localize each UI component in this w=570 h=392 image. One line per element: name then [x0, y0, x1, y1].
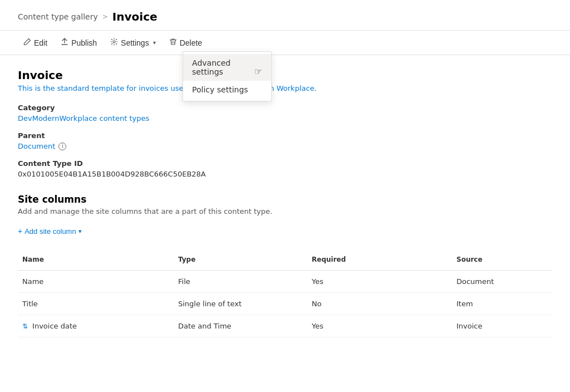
row-0-name: Name	[18, 273, 174, 290]
add-column-chevron-icon: ▾	[78, 228, 82, 235]
policy-settings-item[interactable]: Policy settings	[183, 81, 271, 99]
chevron-down-icon: ▾	[153, 40, 156, 46]
edit-icon	[23, 38, 31, 47]
row-0-required: Yes	[307, 273, 452, 290]
table-row: ⇅ Invoice date Date and Time Yes Invoice	[18, 315, 552, 337]
breadcrumb-current: Invoice	[112, 10, 158, 23]
breadcrumb-separator: >	[102, 13, 108, 21]
edit-label: Edit	[34, 38, 47, 47]
edit-button[interactable]: Edit	[18, 35, 53, 50]
settings-dropdown-menu: Advanced settings ☞ Policy settings	[183, 51, 272, 101]
table-header: Name Type Required Source	[18, 249, 552, 271]
site-columns-table: Name Type Required Source Name File Yes …	[18, 249, 552, 337]
breadcrumb: Content type gallery > Invoice	[0, 0, 570, 30]
info-icon[interactable]: i	[58, 143, 66, 150]
row-1-type: Single line of text	[174, 295, 307, 312]
col-header-source: Source	[452, 253, 552, 266]
col-header-required: Required	[307, 253, 452, 266]
content-type-id-value: 0x0101005E04B1A15B1B004D928BC666C50EB28A	[18, 170, 552, 178]
parent-label: Parent	[18, 131, 552, 140]
row-2-required: Yes	[307, 317, 452, 335]
settings-button[interactable]: Settings ▾	[105, 35, 161, 50]
col-header-name: Name	[18, 253, 174, 266]
row-0-source: Document	[452, 273, 552, 290]
publish-button[interactable]: Publish	[55, 35, 102, 50]
row-2-name: ⇅ Invoice date	[18, 317, 174, 335]
row-2-type: Date and Time	[174, 317, 307, 335]
breadcrumb-parent: Content type gallery	[18, 12, 98, 21]
svg-point-0	[113, 41, 115, 43]
add-site-column-button[interactable]: + Add site column ▾	[18, 224, 82, 238]
delete-label: Delete	[180, 38, 202, 47]
site-columns-heading: Site columns	[18, 194, 552, 205]
site-columns-description: Add and manage the site columns that are…	[18, 207, 552, 215]
publish-label: Publish	[71, 38, 97, 47]
row-0-type: File	[174, 273, 307, 290]
category-value[interactable]: DevModernWorkplace content types	[18, 114, 552, 122]
publish-icon	[61, 38, 68, 47]
row-1-required: No	[307, 295, 452, 312]
drag-handle-icon: ⇅	[22, 322, 28, 330]
settings-label: Settings	[121, 38, 149, 47]
cursor-icon: ☞	[254, 66, 262, 77]
page-title: Invoice	[18, 68, 552, 82]
table-row: Name File Yes Document	[18, 271, 552, 293]
settings-dropdown-wrapper: Settings ▾ Advanced settings ☞ Policy se…	[105, 35, 161, 50]
row-1-source: Item	[452, 295, 552, 312]
category-label: Category	[18, 104, 552, 112]
page-description: This is the standard template for invoic…	[18, 84, 552, 92]
row-1-name: Title	[18, 295, 174, 312]
row-2-source: Invoice	[452, 317, 552, 335]
add-site-column-label: Add site column	[24, 227, 76, 236]
content-type-id-label: Content Type ID	[18, 159, 552, 168]
plus-icon: +	[18, 227, 22, 236]
col-header-type: Type	[174, 253, 307, 266]
toolbar: Edit Publish Settings ▾ Advanced setting…	[0, 31, 570, 55]
parent-link[interactable]: Document	[18, 142, 55, 150]
settings-icon	[110, 38, 118, 47]
main-content: Invoice This is the standard template fo…	[0, 55, 570, 351]
table-row: Title Single line of text No Item	[18, 293, 552, 315]
parent-value-wrapper: Document i	[18, 142, 552, 150]
delete-button[interactable]: Delete	[164, 35, 208, 50]
delete-icon	[169, 38, 177, 47]
svg-rect-1	[170, 40, 176, 40]
advanced-settings-item[interactable]: Advanced settings ☞	[183, 54, 271, 81]
